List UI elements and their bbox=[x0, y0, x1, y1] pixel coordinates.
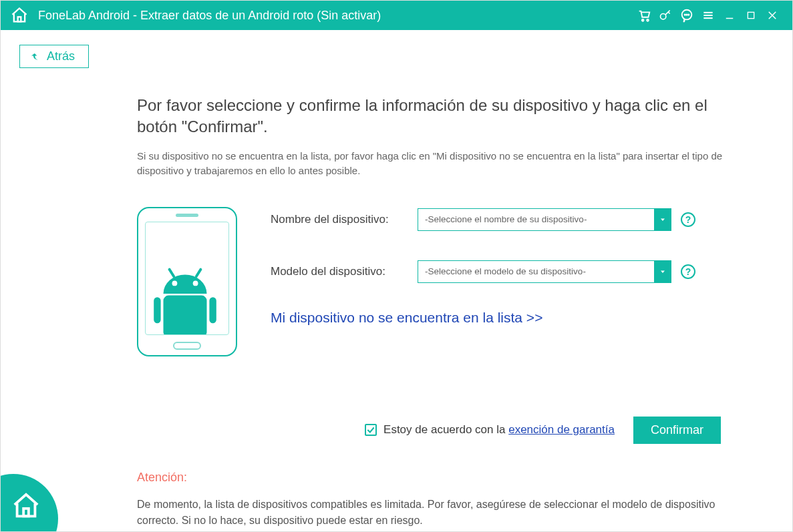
titlebar: FoneLab Android - Extraer datos de un An… bbox=[1, 1, 792, 30]
svg-rect-0 bbox=[18, 17, 21, 21]
attention-label: Atención: bbox=[137, 471, 725, 485]
home-icon[interactable] bbox=[10, 6, 29, 25]
warranty-exemption-link[interactable]: exención de garantía bbox=[508, 423, 615, 436]
android-icon bbox=[145, 250, 228, 335]
svg-point-16 bbox=[193, 280, 198, 286]
svg-point-6 bbox=[686, 14, 687, 15]
svg-rect-21 bbox=[209, 297, 216, 323]
attention-text: De momento, la lista de dispositivos com… bbox=[137, 497, 725, 529]
minimize-icon[interactable] bbox=[719, 1, 740, 30]
agree-checkbox[interactable] bbox=[365, 424, 377, 436]
phone-illustration bbox=[137, 207, 237, 356]
svg-rect-19 bbox=[164, 295, 207, 334]
back-arrow-icon bbox=[29, 51, 40, 62]
device-name-select[interactable]: -Seleccione el nombre de su dispositivo- bbox=[418, 208, 671, 231]
chevron-down-icon[interactable] bbox=[654, 208, 671, 231]
device-not-in-list-link[interactable]: Mi dispositivo no se encuentra en la lis… bbox=[271, 310, 542, 326]
maximize-icon[interactable] bbox=[740, 1, 762, 30]
svg-point-15 bbox=[172, 280, 178, 286]
home-icon bbox=[11, 491, 41, 521]
feedback-icon[interactable] bbox=[676, 1, 697, 30]
menu-icon[interactable] bbox=[697, 1, 719, 30]
agree-text: Estoy de acuerdo con la bbox=[383, 423, 508, 436]
svg-rect-20 bbox=[154, 297, 160, 323]
svg-point-1 bbox=[642, 19, 644, 21]
svg-line-17 bbox=[170, 269, 174, 276]
device-name-row: Nombre del dispositivo: -Seleccione el n… bbox=[271, 208, 725, 231]
home-fab[interactable] bbox=[0, 474, 58, 532]
close-icon[interactable] bbox=[762, 1, 783, 30]
device-name-label: Nombre del dispositivo: bbox=[271, 213, 418, 226]
content-area: Atrás Por favor seleccione y confirme la… bbox=[1, 30, 792, 531]
device-model-label: Modelo del dispositivo: bbox=[271, 265, 418, 278]
cart-icon[interactable] bbox=[633, 1, 655, 30]
help-icon[interactable]: ? bbox=[681, 264, 695, 279]
help-icon[interactable]: ? bbox=[681, 212, 695, 227]
chevron-down-icon[interactable] bbox=[654, 260, 671, 283]
page-subtext: Si su dispositivo no se encuentra en la … bbox=[137, 149, 725, 179]
agree-group: Estoy de acuerdo con la exención de gara… bbox=[365, 423, 615, 437]
svg-point-7 bbox=[688, 14, 689, 15]
svg-point-3 bbox=[661, 14, 666, 19]
svg-line-18 bbox=[196, 269, 201, 276]
key-icon[interactable] bbox=[655, 1, 676, 30]
confirm-button[interactable]: Confirmar bbox=[633, 417, 721, 444]
device-model-row: Modelo del dispositivo: -Seleccione el m… bbox=[271, 260, 725, 283]
svg-rect-22 bbox=[23, 509, 29, 517]
back-button[interactable]: Atrás bbox=[19, 45, 89, 68]
svg-rect-12 bbox=[748, 12, 754, 18]
svg-point-5 bbox=[685, 14, 685, 15]
svg-point-2 bbox=[647, 19, 649, 21]
device-model-select[interactable]: -Seleccione el modelo de su dispositivo- bbox=[418, 260, 671, 283]
back-label: Atrás bbox=[47, 49, 75, 63]
app-title: FoneLab Android - Extraer datos de un An… bbox=[38, 9, 381, 23]
page-heading: Por favor seleccione y confirme la infor… bbox=[137, 95, 725, 138]
